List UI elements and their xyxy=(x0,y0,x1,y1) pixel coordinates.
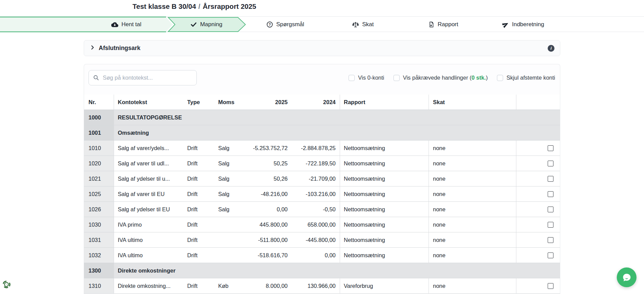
cell-select xyxy=(516,278,560,293)
account-row[interactable]: 1032IVA ultimoDrift-518.616,700,00Nettoo… xyxy=(84,248,560,263)
cell-rapport[interactable]: Nettoomsætning xyxy=(340,248,429,263)
scales-icon xyxy=(352,21,359,28)
tab-label: Mapning xyxy=(200,21,222,28)
info-icon[interactable]: i xyxy=(548,45,554,52)
cell-kontotekst: Salg af ydelser til u... xyxy=(114,171,184,186)
cell-skat[interactable]: none xyxy=(429,171,516,186)
chat-launcher-button[interactable] xyxy=(617,267,637,287)
chevron-right-icon xyxy=(90,45,95,52)
cell-skat[interactable]: none xyxy=(429,186,516,201)
account-row[interactable]: 1025Salg af varer til EUDriftSalg-48.216… xyxy=(84,186,560,202)
row-checkbox[interactable] xyxy=(548,283,553,289)
cell-type: Drift xyxy=(184,232,214,247)
cell-moms: Køb xyxy=(214,278,247,293)
filter-checkbox-vis-0-konti[interactable]: Vis 0-konti xyxy=(349,75,384,81)
cell-rapport[interactable]: Nettoomsætning xyxy=(340,232,429,247)
cell-2024: -2.884.878,25 xyxy=(290,141,340,156)
cell-skat[interactable]: none xyxy=(429,141,516,156)
cell-moms xyxy=(214,217,247,232)
cookie-settings-icon[interactable] xyxy=(1,279,12,290)
row-checkbox[interactable] xyxy=(548,237,553,243)
cell-2024: -21.709,00 xyxy=(290,171,340,186)
cell-rapport[interactable]: Nettoomsætning xyxy=(340,141,429,156)
cell-nr: 1001 xyxy=(84,125,114,140)
cell-rapport[interactable]: Nettoomsætning xyxy=(340,171,429,186)
cell-select xyxy=(516,232,560,247)
account-row[interactable]: 1026Salg af ydelser til EUDriftSalg0,00-… xyxy=(84,202,560,217)
cell-kontotekst: Salg af varer til EU xyxy=(114,186,184,201)
accounts-table: Nr.KontotekstTypeMoms20252024RapportSkat… xyxy=(84,95,560,294)
cell-skat[interactable]: none xyxy=(429,248,516,263)
tab-label: Indberetning xyxy=(512,21,544,28)
filter-label: Skjul afstemte konti xyxy=(506,75,555,81)
cell-nr: 1310 xyxy=(84,278,114,293)
search-box xyxy=(88,70,197,85)
cell-2024: -0,50 xyxy=(290,202,340,217)
account-row[interactable]: 1010Salg af varer/ydels...DriftSalg-5.25… xyxy=(84,141,560,156)
cell-select xyxy=(516,248,560,263)
cell-type: Drift xyxy=(184,141,214,156)
tab-label: Spørgsmål xyxy=(276,21,304,28)
svg-text:?: ? xyxy=(269,23,271,27)
tab-label: Skat xyxy=(362,21,374,28)
cell-rapport[interactable]: Nettoomsætning xyxy=(340,156,429,171)
cell-select xyxy=(516,202,560,217)
column-header-moms: Moms xyxy=(214,95,247,110)
group-row: 1300Direkte omkostninger xyxy=(84,263,560,278)
cell-2025: -518.616,70 xyxy=(247,248,290,263)
column-header-type: Type xyxy=(184,95,214,110)
checkbox[interactable] xyxy=(349,75,355,81)
filter-count-highlight: 0 stk. xyxy=(471,75,486,81)
account-row[interactable]: 1310Direkte omkostning...DriftKøb8.000,0… xyxy=(84,278,560,294)
question-circle-icon: ? xyxy=(266,21,273,28)
cell-rapport[interactable]: Nettoomsætning xyxy=(340,217,429,232)
cell-type: Drift xyxy=(184,186,214,201)
row-checkbox[interactable] xyxy=(548,222,553,228)
account-row[interactable]: 1031IVA ultimoDrift-511.800,00-445.800,0… xyxy=(84,232,560,248)
cell-select xyxy=(516,186,560,201)
row-checkbox[interactable] xyxy=(548,252,553,258)
tab-sp-rgsm-l[interactable]: ?Spørgsmål xyxy=(266,17,304,32)
cell-skat[interactable]: none xyxy=(429,217,516,232)
page: Test klasse B 30/04/Årsrapport 2025 Hent… xyxy=(0,0,644,294)
filter-checkbox-vis-p-kr-vede-handlinger[interactable]: Vis påkrævede handlinger (0 stk.) xyxy=(393,75,488,81)
filter-checkbox-skjul-afstemte-konti[interactable]: Skjul afstemte konti xyxy=(497,75,555,81)
row-checkbox[interactable] xyxy=(548,161,553,166)
tab-mapning[interactable]: Mapning xyxy=(190,17,222,32)
cell-skat[interactable]: none xyxy=(429,278,516,293)
search-input[interactable] xyxy=(103,75,192,81)
page-title: Test klasse B 30/04/Årsrapport 2025 xyxy=(132,2,256,11)
tab-label: Rapport xyxy=(438,21,458,28)
cell-rapport[interactable]: Nettoomsætning xyxy=(340,202,429,217)
cell-rapport[interactable]: Nettoomsætning xyxy=(340,186,429,201)
cell-2024: 0,00 xyxy=(290,248,340,263)
cell-skat[interactable]: none xyxy=(429,156,516,171)
group-row: 1001Omsætning xyxy=(84,125,560,141)
cell-rapport[interactable]: Vareforbrug xyxy=(340,278,429,293)
tab-hent-tal[interactable]: Hent tal xyxy=(111,17,142,32)
row-checkbox[interactable] xyxy=(548,176,553,182)
cell-moms: Salg xyxy=(214,202,247,217)
title-separator: / xyxy=(196,2,203,10)
row-checkbox[interactable] xyxy=(548,191,553,197)
account-row[interactable]: 1021Salg af ydelser til u...DriftSalg50,… xyxy=(84,171,560,186)
cell-nr: 1026 xyxy=(84,202,114,217)
account-row[interactable]: 1020Salg af varer til udl...DriftSalg50,… xyxy=(84,156,560,171)
row-checkbox[interactable] xyxy=(548,145,553,151)
checkbox[interactable] xyxy=(393,75,400,81)
tab-rapport[interactable]: Rapport xyxy=(428,17,458,32)
cell-skat[interactable]: none xyxy=(429,202,516,217)
group-row: 1000RESULTATOPGØRELSE xyxy=(84,110,560,125)
afslutningsark-panel[interactable]: Afslutningsark i xyxy=(84,40,560,56)
cell-type: Drift xyxy=(184,217,214,232)
cell-nr: 1032 xyxy=(84,248,114,263)
tab-indberetning[interactable]: Indberetning xyxy=(502,17,544,32)
cell-2025: 50,26 xyxy=(247,171,290,186)
tab-skat[interactable]: Skat xyxy=(352,17,374,32)
row-checkbox[interactable] xyxy=(548,207,553,212)
account-row[interactable]: 1030IVA primoDrift445.800,00658.000,00Ne… xyxy=(84,217,560,232)
cell-nr: 1000 xyxy=(84,110,114,125)
cell-skat[interactable]: none xyxy=(429,232,516,247)
cell-nr: 1025 xyxy=(84,186,114,201)
checkbox[interactable] xyxy=(497,75,503,81)
